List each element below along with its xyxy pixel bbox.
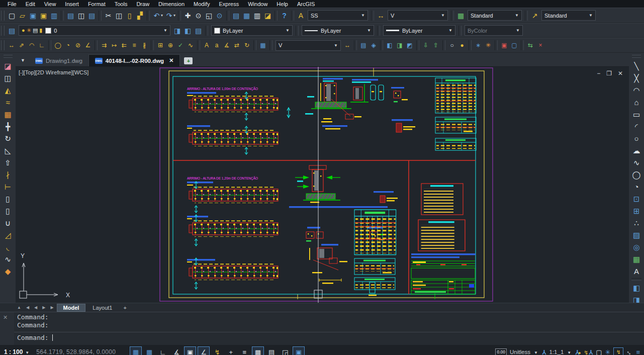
array-icon[interactable]: ▦ bbox=[2, 108, 14, 120]
menu-window[interactable]: Window bbox=[243, 1, 272, 7]
dim-style-combo-2[interactable]: V▼ bbox=[275, 40, 341, 51]
spline-icon[interactable]: ∿ bbox=[630, 156, 642, 168]
offset-icon[interactable]: ≈ bbox=[2, 96, 14, 108]
freeze-icon[interactable]: ∗ bbox=[473, 40, 483, 51]
baseline-icon[interactable]: ⇇ bbox=[119, 40, 129, 51]
command-close-icon[interactable]: ✕ bbox=[3, 314, 8, 320]
text-edit-icon[interactable]: a bbox=[212, 40, 222, 51]
cut-icon[interactable]: ✂ bbox=[103, 10, 114, 21]
pan-icon[interactable]: ✚ bbox=[182, 10, 193, 21]
copy-layer-icon[interactable]: ◩ bbox=[405, 40, 415, 51]
ordinate-icon[interactable]: ∟ bbox=[37, 40, 47, 51]
lineweight-combo[interactable]: ByLayer▼ bbox=[383, 25, 455, 36]
dyn-icon[interactable]: + bbox=[225, 346, 237, 355]
polygon-icon[interactable]: ⌂ bbox=[630, 96, 642, 108]
doc-close-button[interactable]: ✕ bbox=[618, 70, 623, 77]
otrack-icon[interactable]: ∠ bbox=[198, 346, 210, 355]
tab-nav-last[interactable]: ▶ bbox=[48, 305, 55, 310]
menu-express[interactable]: Express bbox=[214, 1, 243, 7]
thaw-icon[interactable]: ✳ bbox=[483, 40, 493, 51]
make-current-icon[interactable]: ◨ bbox=[172, 25, 182, 36]
tab-drawing1[interactable]: DWG Drawing1.dwg bbox=[29, 55, 88, 66]
paste-icon[interactable]: ▯ bbox=[124, 10, 135, 21]
do-front-icon[interactable]: ◧ bbox=[630, 282, 642, 294]
table-icon[interactable]: ▦ bbox=[630, 253, 642, 265]
layer-match-icon[interactable]: ◧ bbox=[385, 40, 395, 51]
new-layout-button[interactable]: + bbox=[119, 305, 130, 311]
tab-model[interactable]: Model bbox=[57, 304, 86, 312]
dim-style-apply-icon[interactable]: ↔ bbox=[342, 40, 352, 51]
diameter-icon[interactable]: ⊘ bbox=[73, 40, 83, 51]
transparency-icon[interactable]: ▩ bbox=[252, 346, 264, 355]
tab-nav-first[interactable]: ◀ bbox=[24, 305, 31, 310]
break-icon[interactable]: ▯ bbox=[2, 205, 14, 217]
units-value[interactable]: Unitless bbox=[510, 349, 530, 355]
dim-check-icon[interactable]: ✓ bbox=[175, 40, 186, 51]
radius-icon[interactable]: ◯ bbox=[53, 40, 63, 51]
layer-states-icon[interactable]: ▤ bbox=[358, 40, 369, 51]
osnap-icon[interactable]: ▣ bbox=[184, 346, 196, 355]
ellipse-arc-icon[interactable]: ◔ bbox=[630, 181, 642, 193]
layer-prev-icon[interactable]: ◧ bbox=[182, 25, 193, 36]
tool-palettes-icon[interactable]: ▥ bbox=[252, 10, 262, 21]
mtext-icon[interactable]: A bbox=[630, 265, 642, 277]
angular-icon[interactable]: ∠ bbox=[83, 40, 93, 51]
menu-modify[interactable]: Modify bbox=[189, 1, 214, 7]
bulb-off-icon[interactable]: ○ bbox=[447, 40, 457, 51]
qp-icon[interactable]: ▤ bbox=[265, 346, 278, 355]
doc-restore-button[interactable]: ❐ bbox=[606, 70, 612, 77]
extend-icon[interactable]: ⊢ bbox=[2, 181, 14, 193]
batch-plot-icon[interactable]: ▤ bbox=[86, 10, 97, 21]
tab-layout1[interactable]: Layout1 bbox=[86, 304, 118, 311]
del-icon[interactable]: × bbox=[535, 40, 545, 51]
copy-icon[interactable]: ◫ bbox=[2, 72, 14, 84]
scale-icon[interactable]: ◺ bbox=[2, 144, 14, 156]
copy-icon[interactable]: ◫ bbox=[114, 10, 124, 21]
continue-icon[interactable]: ↦ bbox=[109, 40, 119, 51]
move-icon[interactable]: ╋ bbox=[2, 120, 14, 132]
xline-icon[interactable]: ╳ bbox=[630, 72, 642, 84]
ducs-icon[interactable]: ↯ bbox=[211, 346, 223, 355]
point-icon[interactable]: ∴ bbox=[630, 217, 642, 229]
layer-plot-icon[interactable]: ▤ bbox=[33, 28, 38, 33]
toolbar-grip[interactable] bbox=[632, 55, 641, 58]
format-painter-icon[interactable]: ▞ bbox=[135, 10, 145, 21]
bulb-on-icon[interactable]: ● bbox=[457, 40, 467, 51]
menu-edit[interactable]: Edit bbox=[21, 1, 40, 7]
selection-filter-icon[interactable]: ▢ bbox=[596, 348, 602, 355]
dropdown-caret-icon[interactable]: ▾ bbox=[161, 13, 163, 18]
annotation-scale-caret-icon[interactable]: ▼ bbox=[567, 350, 571, 355]
insert-block-icon[interactable]: ⊡ bbox=[630, 193, 642, 205]
menu-view[interactable]: View bbox=[40, 1, 61, 7]
unisolate-icon[interactable]: ⇧ bbox=[431, 40, 441, 51]
annotation-scale-value[interactable]: 1:1_1 bbox=[549, 349, 564, 355]
layer-props-icon[interactable]: ▤ bbox=[7, 25, 17, 36]
spacing-icon[interactable]: ≡ bbox=[129, 40, 139, 51]
units-caret-icon[interactable]: ▼ bbox=[534, 350, 538, 355]
dim-style-combo[interactable]: V▼ bbox=[388, 10, 448, 21]
menu-help[interactable]: Help bbox=[272, 1, 293, 7]
text-angle-icon[interactable]: ∡ bbox=[222, 40, 232, 51]
snap-icon[interactable]: ▦ bbox=[130, 346, 142, 355]
break-pt-icon[interactable]: ▯ bbox=[2, 193, 14, 205]
cycling-icon[interactable]: ◲ bbox=[279, 346, 291, 355]
publish-icon[interactable]: ▥ bbox=[49, 10, 59, 21]
toolbar-grip[interactable] bbox=[4, 55, 13, 58]
polar-icon[interactable]: ∡ bbox=[170, 346, 182, 355]
tab-nav-prev[interactable]: ◀ bbox=[32, 305, 39, 310]
aligned-icon[interactable]: ⇗ bbox=[17, 40, 27, 51]
command-input[interactable]: Command: bbox=[14, 332, 644, 345]
properties-icon[interactable]: ▤ bbox=[231, 10, 241, 21]
layer-on-icon[interactable]: ● bbox=[22, 28, 25, 33]
style-table-icon[interactable]: ▦ bbox=[258, 40, 268, 51]
mirror-icon[interactable]: ◭ bbox=[2, 84, 14, 96]
current-obj-icon[interactable]: ◨ bbox=[395, 40, 405, 51]
menu-tools[interactable]: Tools bbox=[110, 1, 132, 7]
trim-icon[interactable]: ∤ bbox=[2, 168, 14, 181]
toolbar-grip[interactable] bbox=[1, 26, 5, 36]
fullscreen-icon[interactable]: ↔ bbox=[625, 347, 635, 355]
qdim-icon[interactable]: ⇉ bbox=[99, 40, 109, 51]
menu-insert[interactable]: Insert bbox=[60, 1, 83, 7]
line-icon[interactable]: ╲ bbox=[630, 60, 642, 72]
revcloud-icon[interactable]: ☁ bbox=[630, 144, 642, 156]
